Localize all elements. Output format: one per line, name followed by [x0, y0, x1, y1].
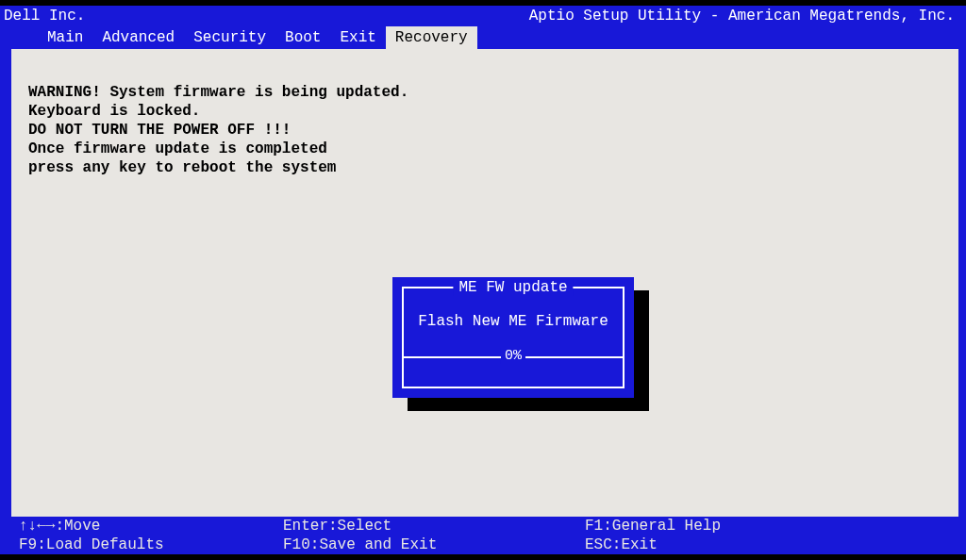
utility-label: Aptio Setup Utility - American Megatrend…: [529, 8, 962, 25]
tabs-row: Main Advanced Security Boot Exit Recover…: [0, 26, 966, 49]
hint-help: F1:General Help: [585, 518, 966, 535]
tab-exit[interactable]: Exit: [330, 26, 385, 49]
hint-defaults: F9:Load Defaults: [19, 536, 283, 553]
tab-main[interactable]: Main: [38, 26, 92, 49]
dialog-title: ME FW update: [453, 279, 573, 296]
header-row: Dell Inc. Aptio Setup Utility - American…: [0, 6, 966, 26]
hint-exit: ESC:Exit: [585, 536, 966, 553]
footer-hints: ↑↓←→:Move Enter:Select F1:General Help F…: [0, 517, 966, 554]
hint-save: F10:Save and Exit: [283, 536, 585, 553]
warning-line-4: Once firmware update is completed: [28, 140, 327, 157]
vendor-label: Dell Inc.: [4, 8, 85, 25]
progress-percent-label: 0%: [501, 348, 525, 364]
warning-line-1: WARNING! System firmware is being update…: [28, 84, 408, 101]
warning-line-3: DO NOT TURN THE POWER OFF !!!: [28, 122, 291, 139]
tab-security[interactable]: Security: [184, 26, 275, 49]
dialog-message: Flash New ME Firmware: [404, 313, 623, 330]
warning-line-5: press any key to reboot the system: [28, 159, 336, 176]
bios-screen: Dell Inc. Aptio Setup Utility - American…: [0, 6, 966, 554]
tab-recovery[interactable]: Recovery: [386, 26, 477, 49]
content-pane: WARNING! System firmware is being update…: [11, 49, 958, 517]
firmware-update-dialog: ME FW update Flash New ME Firmware 0%: [392, 277, 634, 398]
dialog-frame: ME FW update Flash New ME Firmware 0%: [402, 287, 625, 388]
tab-advanced[interactable]: Advanced: [92, 26, 184, 49]
warning-text-block: WARNING! System firmware is being update…: [28, 83, 941, 177]
warning-line-2: Keyboard is locked.: [28, 103, 200, 120]
hint-move: ↑↓←→:Move: [19, 518, 283, 535]
hint-select: Enter:Select: [283, 518, 585, 535]
tab-boot[interactable]: Boot: [275, 26, 330, 49]
